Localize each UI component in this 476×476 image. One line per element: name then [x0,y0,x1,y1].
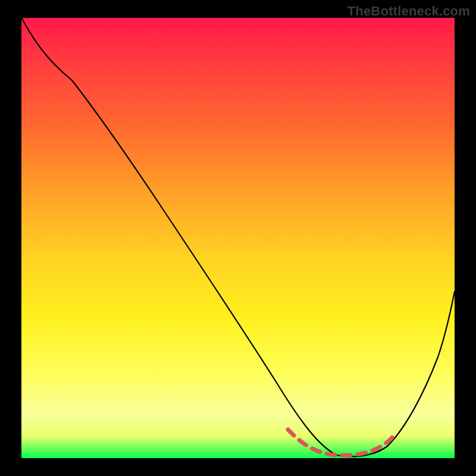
bottleneck-curve [21,18,455,456]
chart-frame: TheBottleneck.com [0,0,476,476]
plot-svg [21,18,455,458]
plot-area [21,18,455,458]
watermark-text: TheBottleneck.com [347,4,470,19]
